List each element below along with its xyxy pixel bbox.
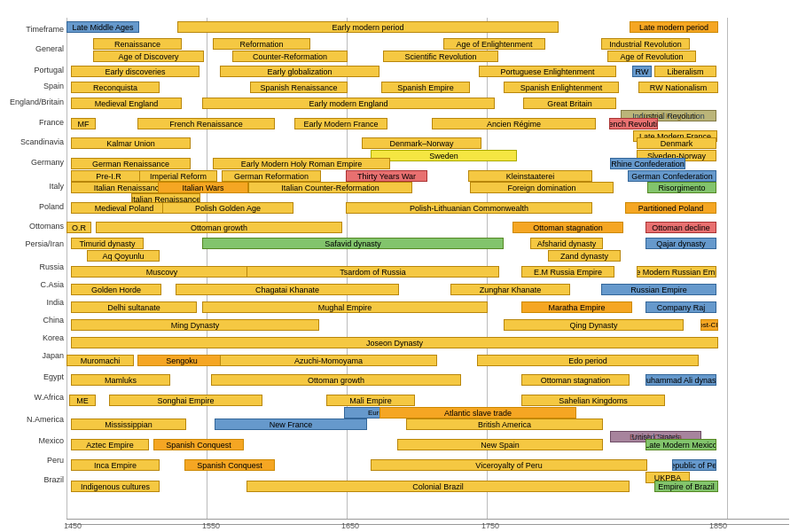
bar-early-modern-england: Early modern England (202, 98, 495, 109)
label-russia: Russia (2, 262, 64, 271)
bar-industrial-rev-g: Industrial Revolution (601, 38, 690, 50)
bar-late-middle-ages: Late Middle Ages (66, 21, 139, 33)
bar-pre-ir: Pre-I.R (71, 170, 146, 182)
label-germany: Germany (2, 158, 64, 167)
label-mexico: Mexico (2, 436, 64, 445)
label-england: England/Britain (2, 98, 64, 106)
label-china: China (2, 316, 64, 325)
bar-sweden: Sweden (371, 150, 517, 161)
axis-label-1650: 1650 (341, 521, 359, 530)
bar-thirty-years: Thirty Years War (346, 170, 427, 182)
label-poland: Poland (2, 202, 64, 211)
bar-ottoman-decline: Ottoman decline (645, 222, 716, 233)
label-casia: C.Asia (2, 280, 64, 289)
bar-early-modern-france: Early Modern France (294, 118, 387, 129)
label-france: France (2, 118, 64, 127)
label-korea: Korea (2, 333, 64, 342)
bar-spanish-renaissance: Spanish Renaissance (250, 82, 348, 93)
bar-spanish-empire: Spanish Empire (381, 82, 470, 93)
bar-early-discoveries: Early discoveries (71, 66, 200, 77)
bar-aztec: Aztec Empire (71, 439, 149, 450)
bar-early-globalization: Early globalization (220, 66, 379, 77)
bar-maratha: Maratha Empire (521, 301, 632, 313)
bar-imperial-reform: Imperial Reform (139, 170, 217, 182)
label-timeframe: Timeframe (2, 25, 64, 34)
bar-medieval-england: Medieval England (71, 98, 182, 109)
bar-late-modern-russia: Late Modern Russian Empire (637, 266, 716, 278)
label-india: India (2, 298, 64, 307)
bar-indigenous: Indigenous cultures (71, 481, 160, 492)
bar-russian-empire-ca: Russian Empire (601, 284, 716, 295)
bar-rw-port: RW (632, 66, 652, 77)
bar-afsharid: Afsharid dynasty (530, 238, 603, 249)
bar-kalmar: Kalmar Union (71, 137, 191, 149)
bar-aq-qoyunlu: Aq Qoyunlu (87, 250, 160, 262)
bar-atlantic-slave: Atlantic slave trade (379, 407, 576, 419)
bar-foreign-dom: Foreign domination (470, 182, 614, 193)
bar-mamluks: Mamluks (71, 374, 170, 386)
bar-early-modern-hre: Early Modern Holy Roman Empire (213, 158, 390, 169)
bar-songhai: Songhai Empire (109, 395, 262, 406)
bar-partitioned-poland: Partitioned Poland (625, 202, 716, 214)
timeline-chart: 1450 1550 1650 1750 1850 Timeframe Gener… (0, 0, 798, 532)
bar-spanish-conquest-peru: Spanish Conquest (184, 459, 275, 471)
bar-ming: Ming Dynasty (71, 319, 319, 331)
axis-label-1850: 1850 (709, 521, 727, 530)
label-ottomans: Ottomans (2, 222, 64, 231)
bar-age-revolution: Age of Revolution (607, 51, 696, 62)
bar-inca: Inca Empire (71, 459, 160, 471)
bar-republic-peru: Republic of Peru (672, 459, 716, 471)
bar-qing: Qing Dynasty (504, 319, 684, 331)
bar-mughal: Mughal Empire (202, 301, 488, 313)
bar-polish-golden-age: Polish Golden Age (162, 202, 293, 214)
bar-mali-empire: Mali Empire (326, 395, 415, 406)
label-portugal: Portugal (2, 66, 64, 74)
bar-british-america: British America (406, 419, 603, 430)
label-scandinavia: Scandinavia (2, 137, 64, 146)
bar-denmark: Denmark (637, 137, 716, 149)
bar-early-modern: Early modern period (177, 21, 559, 33)
bar-spanish-conquest-mex: Spanish Conquest (153, 439, 244, 450)
bar-qajar: Qajar dynasty (645, 238, 716, 249)
bar-late-modern: Late modern period (630, 21, 718, 33)
bar-zunghar: Zunghar Khanate (450, 284, 570, 295)
bar-italian-wars: Italian Wars (158, 182, 248, 193)
bar-german-renaissance: German Renaissance (71, 158, 191, 169)
bar-delhi: Delhi sultanate (71, 301, 197, 313)
bar-ottoman-growth: Ottoman growth (96, 222, 342, 233)
label-general: General (2, 44, 64, 53)
bar-tsardom: Tsardom of Russia (246, 266, 499, 278)
bar-counter-reform: Counter-Reformation (232, 51, 348, 62)
bar-medieval-poland: Medieval Poland (71, 202, 177, 214)
label-wafrica: W.Africa (2, 393, 64, 402)
bar-nationalism-spain: RW Nationalism (638, 82, 718, 93)
bar-reformation: Reformation (213, 38, 310, 50)
bar-new-france: New France (215, 419, 367, 430)
bar-great-britain: Great Britain (523, 98, 616, 109)
bar-reconquista: Reconquista (71, 82, 160, 93)
label-italy: Italy (2, 182, 64, 191)
bar-sahelian: Sahelian Kingdoms (521, 395, 665, 406)
bar-renaissance: Renaissance (93, 38, 182, 50)
label-spain: Spain (2, 82, 64, 90)
bar-german-reformation: German Reformation (222, 170, 321, 182)
bar-rhine-conf: Rhine Confederation (610, 158, 685, 169)
bar-mississippian: Mississippian (71, 419, 186, 430)
bar-denmark-norway: Denmark–Norway (362, 137, 481, 149)
bar-ottoman-or: O.R (66, 222, 91, 233)
label-namerica: N.America (2, 415, 64, 424)
bar-ottoman-growth-eg: Ottoman growth (211, 374, 461, 386)
bar-post-ciw: Post-CIW (700, 319, 718, 331)
bar-em-russia: E.M Russia Empire (521, 266, 614, 278)
bar-risorgimento: Risorgimento (647, 182, 716, 193)
bar-age-discovery: Age of Discovery (93, 51, 204, 62)
bar-colonial-brazil: Colonial Brazil (246, 481, 630, 492)
label-peru: Peru (2, 456, 64, 465)
bar-edo: Edo period (477, 355, 699, 366)
bar-empire-brazil: Empire of Brazil (654, 481, 718, 492)
bar-late-modern-mexico: Late Modern Mexico (645, 439, 716, 450)
bar-ottoman-stag: Ottoman stagnation (512, 222, 623, 233)
label-brazil: Brazil (2, 475, 64, 484)
bar-muromachi: Muromachi (66, 355, 134, 366)
bar-italian-counter: Italian Counter-Reformation (248, 182, 412, 193)
